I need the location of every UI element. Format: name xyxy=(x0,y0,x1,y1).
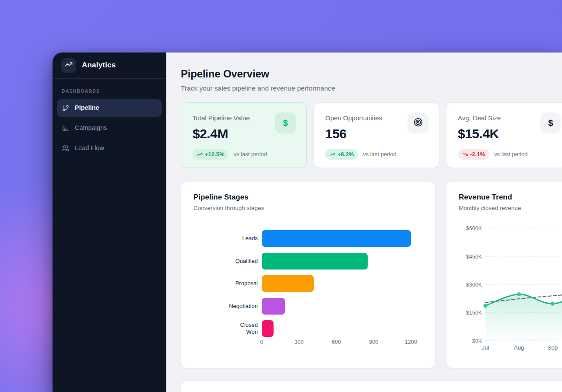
stat-icon-chip: $ xyxy=(275,112,296,133)
sidebar-nav: DASHBOARDS Pipeline Campaigns xyxy=(53,79,166,157)
charts-row: Pipeline Stages Conversion through stage… xyxy=(181,181,562,368)
bar-category-label: Closed Won xyxy=(193,322,258,336)
bar-row: Leads xyxy=(193,230,411,247)
x-axis-label: Sep xyxy=(548,344,558,351)
bar-chart-x-axis: 03006009001200 xyxy=(262,339,411,347)
data-point xyxy=(551,302,555,306)
sidebar-item-lead-flow[interactable]: Lead Flow xyxy=(57,140,162,157)
bar-chart: LeadsQualifiedProposalNegotiationClosed … xyxy=(193,230,411,343)
stat-card-total-pipeline-value: Total Pipeline Value $2.4M $ +12.5% vs l… xyxy=(181,102,307,168)
change-badge: -2.1% xyxy=(458,149,489,160)
y-axis-label: $300K xyxy=(466,282,482,288)
bar-row: Proposal xyxy=(193,275,411,292)
trending-down-icon xyxy=(462,151,468,157)
bar xyxy=(262,320,274,337)
bar xyxy=(262,275,314,292)
brand-title: Analytics xyxy=(82,61,116,70)
stats-row: Total Pipeline Value $2.4M $ +12.5% vs l… xyxy=(181,102,562,168)
x-axis-tick: 0 xyxy=(253,339,270,346)
stat-card-open-opportunities: Open Opportunities 156 +8.2% xyxy=(313,102,439,168)
page-subtitle: Track your sales pipeline and revenue pe… xyxy=(181,84,562,93)
y-axis-label: $600K xyxy=(466,226,482,232)
x-axis-tick: 1200 xyxy=(402,339,420,346)
chart-title: Pipeline Stages xyxy=(193,193,264,202)
bar xyxy=(262,230,411,247)
x-axis-tick: 300 xyxy=(290,339,308,346)
trending-up-icon xyxy=(330,151,335,157)
dashboard-window: Analytics DASHBOARDS Pipeline Campaigns xyxy=(53,52,562,392)
main-area: Pipeline Overview Track your sales pipel… xyxy=(166,52,562,392)
compare-label: vs last period xyxy=(233,151,267,158)
bar-category-label: Qualified xyxy=(193,258,258,265)
bar-row: Qualified xyxy=(193,253,411,270)
page-title: Pipeline Overview xyxy=(181,68,562,80)
bar xyxy=(262,298,285,315)
chart-subtitle: Conversion through stages xyxy=(193,205,264,212)
dollar-icon: $ xyxy=(283,118,288,128)
x-axis-label: Aug xyxy=(514,344,524,351)
pipeline-stages-card: Pipeline Stages Conversion through stage… xyxy=(181,181,436,368)
x-axis-tick: 900 xyxy=(365,339,383,346)
bar-track xyxy=(262,298,411,315)
bar-category-label: Leads xyxy=(193,235,258,242)
data-point xyxy=(517,293,521,297)
stat-icon-chip xyxy=(407,112,429,133)
sidebar: Analytics DASHBOARDS Pipeline Campaigns xyxy=(53,52,166,392)
app-logo xyxy=(61,58,76,73)
stat-card-avg-deal-size: Avg. Deal Size $15.4K $ -2.1% vs last pe… xyxy=(446,102,562,168)
trending-up-icon xyxy=(65,60,73,70)
change-badge: +12.5% xyxy=(193,149,228,160)
bar-track xyxy=(262,253,411,270)
sidebar-item-pipeline[interactable]: Pipeline xyxy=(57,99,162,117)
chart-subtitle: Monthly closed revenue xyxy=(459,205,521,212)
stat-icon-chip: $ xyxy=(540,112,561,133)
users-icon xyxy=(62,145,69,152)
sidebar-item-label: Campaigns xyxy=(75,124,107,132)
bar-row: Negotiation xyxy=(193,298,411,315)
x-axis-label: Jul xyxy=(482,344,489,351)
sidebar-item-label: Pipeline xyxy=(75,104,99,112)
sidebar-item-campaigns[interactable]: Campaigns xyxy=(57,119,162,137)
compare-label: vs last period xyxy=(494,151,528,158)
bar-category-label: Proposal xyxy=(193,280,258,287)
git-branch-icon xyxy=(62,105,69,112)
chart-title: Revenue Trend xyxy=(459,193,521,202)
data-point xyxy=(484,304,488,308)
bar-track xyxy=(262,320,411,337)
bar-chart-icon xyxy=(62,125,69,132)
nav-section-label: DASHBOARDS xyxy=(62,88,162,94)
bar-category-label: Negotiation xyxy=(193,303,258,310)
y-axis-label: $150K xyxy=(466,310,482,316)
target-icon xyxy=(413,117,423,129)
partial-card xyxy=(181,380,562,392)
revenue-area xyxy=(485,292,562,341)
compare-label: vs last period xyxy=(363,151,397,158)
trending-up-icon xyxy=(197,151,203,157)
x-axis-tick: 600 xyxy=(328,339,345,346)
revenue-trend-card: Revenue Trend Monthly closed revenue $0K… xyxy=(446,181,562,368)
change-badge: +8.2% xyxy=(325,149,358,160)
purple-backdrop: Analytics DASHBOARDS Pipeline Campaigns xyxy=(0,0,562,392)
bar-track xyxy=(262,230,411,247)
y-axis-label: $0K xyxy=(472,338,482,344)
y-axis-label: $450K xyxy=(466,254,482,260)
bar-row: Closed Won xyxy=(193,320,411,337)
sidebar-item-label: Lead Flow xyxy=(75,144,104,152)
sidebar-header: Analytics xyxy=(53,52,166,79)
dollar-icon: $ xyxy=(548,118,553,128)
bar-track xyxy=(262,275,411,292)
bar xyxy=(262,253,368,270)
